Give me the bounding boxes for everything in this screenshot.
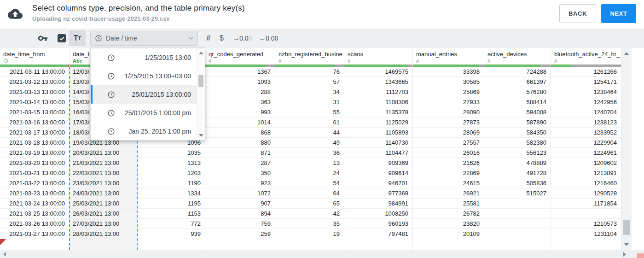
cell[interactable]: 1238123 [551,117,621,128]
cell[interactable]: 1104477 [344,148,412,158]
column-bluetooth_active_24_hr_[interactable]: bluetooth_active_24_hr_#1261266125417112… [551,48,621,250]
column-qr_codes_generated[interactable]: qr_codes_generated#136710932883639931014… [205,48,275,250]
cell[interactable]: 2021-03-20 13:00:00 [0,158,69,168]
currency-type-icon[interactable]: $ [220,29,224,48]
horizontal-scrollbar[interactable] [0,250,644,258]
cell[interactable]: 759 [205,219,275,229]
cell[interactable]: 1261266 [551,67,621,77]
cell[interactable]: 909369 [344,158,412,168]
cell[interactable]: 1190 [138,178,205,188]
column-header[interactable]: qr_codes_generated# [205,48,275,64]
cell[interactable]: 22/03/2021 13:00 [70,168,137,178]
cell[interactable]: 42 [275,209,344,219]
cell[interactable]: 64 [275,188,344,199]
cell[interactable]: 588414 [484,97,551,107]
cell[interactable]: 939 [138,229,205,239]
cell[interactable]: 1035 [138,148,205,158]
column-header[interactable]: bluetooth_active_24_hr_# [551,48,621,64]
cell[interactable] [0,239,69,250]
cell[interactable] [551,209,621,219]
cell[interactable]: 24615 [413,178,484,188]
cell[interactable]: 55 [275,107,344,117]
cell[interactable]: 2021-03-23 13:00:00 [0,188,69,199]
cell[interactable]: 582380 [484,138,551,148]
cell[interactable]: 25869 [413,87,484,97]
cell[interactable]: 2021-03-26 13:00:00 [0,219,69,229]
cell[interactable]: 25/03/2021 13:00 [70,199,137,209]
cell[interactable]: 287 [205,158,275,168]
cell[interactable]: 2021-03-27 13:00:00 [0,229,69,239]
cell[interactable]: 2021-03-21 13:00:00 [0,168,69,178]
cell[interactable]: 1213891 [551,168,621,178]
cell[interactable]: 993 [205,107,275,117]
column-scans[interactable]: scans#1469575134366511127031108306113537… [344,48,413,250]
cell[interactable]: 894 [205,209,275,219]
cell[interactable]: 288 [205,87,275,97]
cell[interactable]: 22869 [413,168,484,178]
cell[interactable]: 661397 [484,77,551,87]
cell[interactable]: 44 [275,128,344,138]
dropdown-scroll-up-icon[interactable] [199,52,203,54]
scroll-up-arrow-icon[interactable] [624,52,629,55]
cell[interactable]: 880 [205,138,275,148]
cell[interactable]: 1334 [138,188,205,199]
cell[interactable] [70,239,137,250]
cell[interactable]: 1105893 [344,128,412,138]
cell[interactable]: 1313 [138,158,205,168]
cell[interactable]: 515027 [484,188,551,199]
cell[interactable]: 20/03/2021 13:00 [70,148,137,158]
cell[interactable]: 1125029 [344,117,412,128]
cell[interactable]: 363 [205,97,275,107]
cell[interactable]: 478889 [484,158,551,168]
dropdown-option[interactable]: Jan 25, 2015 1:00 pm [91,122,205,141]
cell[interactable]: 54 [275,178,344,188]
dropdown-scrollbar[interactable] [197,48,205,140]
cell[interactable]: 1469575 [344,67,412,77]
cell[interactable]: 2021-03-17 13:00:00 [0,128,69,138]
cell[interactable]: 1008250 [344,209,412,219]
dropdown-scroll-down-icon[interactable] [199,134,203,137]
cell[interactable]: 28090 [413,107,484,117]
cell[interactable]: 868 [205,128,275,138]
cell[interactable]: 57 [275,77,344,87]
cell[interactable]: 27873 [413,117,484,128]
scroll-down-arrow-icon[interactable] [624,243,629,246]
dropdown-option[interactable]: 25/01/2015 1:00:00 pm [91,104,205,122]
cell[interactable]: 26/03/2021 13:00 [70,209,137,219]
cell[interactable]: 26016 [413,148,484,158]
dropdown-option[interactable]: 25/01/2015 13:00:00 [91,85,205,104]
cell[interactable]: 61 [275,117,344,128]
cell[interactable]: 49 [275,138,344,148]
cell[interactable]: 977369 [344,188,412,199]
cell[interactable]: 1367 [205,67,275,77]
cell[interactable]: 28/03/2021 13:00 [70,229,137,239]
cell[interactable] [205,239,275,250]
cell[interactable]: 36 [275,148,344,158]
cell[interactable]: 34 [275,87,344,97]
cell[interactable]: 27557 [413,138,484,148]
cell[interactable]: 960193 [344,219,412,229]
cell[interactable]: 576280 [484,87,551,97]
checkbox-checked-icon[interactable] [58,34,66,42]
column-date_time_from[interactable]: date_time_from2021-03-11 13:00:002021-03… [0,48,70,250]
cell[interactable]: 1135378 [344,107,412,117]
number-type-icon[interactable]: # [206,29,210,48]
vertical-scrollbar-thumb[interactable] [623,220,630,235]
increase-decimal-button[interactable]: →0.00 [233,29,252,48]
cell[interactable]: 772 [138,219,205,229]
cell[interactable]: 984991 [344,199,412,209]
cell[interactable]: 1238464 [551,87,621,97]
scroll-right-arrow-icon[interactable] [623,252,626,257]
vertical-scrollbar[interactable] [621,48,632,250]
cell[interactable]: 13 [275,158,344,168]
column-header[interactable]: nzbn_registered_busine# [275,48,344,64]
cell[interactable] [484,209,551,219]
cell[interactable]: 2021-03-12 13:00:00 [0,77,69,87]
cell[interactable]: 584350 [484,128,551,138]
cell[interactable]: 20109 [413,229,484,239]
dropdown-option[interactable]: 1/25/2015 13:00+03:00 [91,67,205,85]
cell[interactable]: 23820 [413,219,484,229]
cell[interactable]: 350 [205,168,275,178]
cell[interactable]: 2021-03-18 13:00:00 [0,138,69,148]
cell[interactable]: 21626 [413,158,484,168]
